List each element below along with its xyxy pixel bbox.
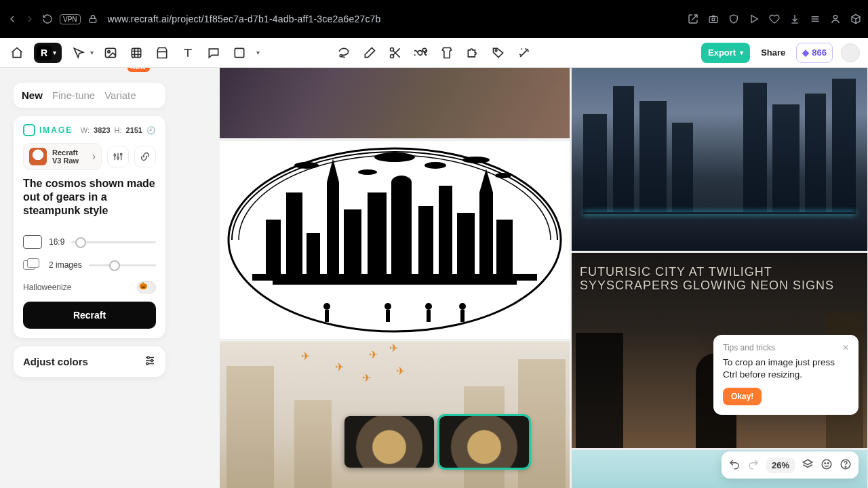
infinity-icon[interactable]: [412, 44, 430, 62]
view-controls: 26%: [722, 451, 859, 479]
tab-variate[interactable]: Variate: [104, 89, 136, 101]
svg-point-22: [117, 157, 119, 159]
svg-rect-36: [344, 209, 361, 274]
count-row: 2 images: [23, 258, 156, 272]
export-button[interactable]: Export▾: [701, 43, 750, 63]
zoom-level[interactable]: 26%: [766, 458, 795, 473]
result-thumb[interactable]: [344, 416, 434, 468]
avatar[interactable]: [841, 43, 860, 62]
sliders-button[interactable]: [107, 146, 129, 167]
svg-rect-55: [460, 310, 465, 322]
svg-point-50: [384, 303, 391, 310]
home-icon[interactable]: [8, 44, 26, 62]
mockup-tool-icon[interactable]: [153, 44, 171, 62]
svg-rect-51: [386, 310, 390, 322]
aspect-slider[interactable]: [71, 241, 156, 243]
clock-icon: 🕘: [146, 126, 156, 135]
help-icon[interactable]: [840, 458, 852, 472]
recraft-button[interactable]: Recraft: [23, 302, 156, 329]
svg-rect-0: [90, 18, 96, 22]
undo-icon[interactable]: [728, 458, 741, 472]
tool-logo[interactable]: R▾: [34, 43, 62, 63]
svg-marker-3: [751, 16, 757, 23]
share-button[interactable]: Share: [758, 47, 788, 58]
play-icon[interactable]: [749, 14, 760, 24]
tips-ok-button[interactable]: Okay!: [723, 388, 762, 405]
open-external-icon[interactable]: [688, 14, 698, 24]
address-url[interactable]: www.recraft.ai/project/1f85ec7a-d7b1-4ad…: [108, 14, 678, 24]
svg-point-57: [374, 152, 415, 162]
layers-icon[interactable]: [802, 458, 814, 472]
svg-point-9: [108, 50, 110, 52]
sliders-icon: [144, 354, 156, 369]
frame-tool-icon[interactable]: [127, 44, 145, 62]
svg-point-28: [151, 360, 153, 362]
vpn-badge[interactable]: VPN: [60, 14, 81, 24]
canvas[interactable]: ✈ ✈ ✈ ✈ ✈ ✈ FUTURISIC CITY AT TWILIGHT S…: [220, 68, 868, 488]
tab-finetune[interactable]: Fine-tune: [52, 89, 95, 101]
chevron-down-icon[interactable]: ▾: [256, 49, 260, 56]
chevron-down-icon[interactable]: ▾: [90, 49, 94, 56]
svg-point-21: [114, 155, 116, 157]
canvas-image[interactable]: [220, 141, 570, 339]
download-icon[interactable]: [789, 14, 800, 24]
lasso-icon[interactable]: [335, 44, 353, 62]
redo-icon[interactable]: [747, 458, 760, 472]
mode-tabs: New Fine-tune Variate: [14, 83, 165, 108]
puzzle-icon[interactable]: [464, 44, 481, 62]
stack-icon[interactable]: [23, 258, 42, 272]
model-line2: V3 Raw: [52, 157, 79, 165]
canvas-image[interactable]: [220, 68, 570, 138]
menu-icon[interactable]: [810, 14, 821, 24]
svg-point-27: [147, 357, 149, 359]
emoji-icon[interactable]: [821, 458, 833, 472]
reload-icon[interactable]: [42, 14, 53, 24]
svg-point-48: [323, 303, 330, 310]
browser-chrome: VPN www.recraft.ai/project/1f85ec7a-d7b1…: [0, 0, 868, 38]
count-slider[interactable]: [89, 264, 156, 266]
shirt-icon[interactable]: [438, 44, 456, 62]
tag-icon[interactable]: [490, 44, 507, 62]
link-button[interactable]: [134, 146, 156, 167]
aspect-icon[interactable]: [23, 235, 42, 249]
model-selector[interactable]: RecraftV3 Raw ›: [23, 143, 102, 170]
svg-rect-31: [266, 220, 281, 274]
svg-rect-41: [439, 186, 452, 274]
prompt-input[interactable]: The cosmos shown made out of gears in a …: [23, 177, 156, 226]
eraser-icon[interactable]: [361, 44, 378, 62]
lock-icon: [87, 14, 98, 24]
svg-rect-8: [106, 48, 116, 57]
shape-tool-icon[interactable]: [231, 44, 248, 62]
svg-rect-45: [496, 220, 513, 274]
heart-icon[interactable]: [769, 14, 780, 24]
svg-rect-38: [391, 182, 412, 274]
nav-back-icon[interactable]: [7, 14, 18, 24]
export-label: Export: [708, 47, 736, 58]
wand-icon[interactable]: [515, 44, 533, 62]
comment-tool-icon[interactable]: [205, 44, 222, 62]
credits-badge[interactable]: ◆866: [796, 43, 833, 63]
close-icon[interactable]: ✕: [842, 343, 849, 352]
shield-icon[interactable]: [728, 14, 739, 24]
cube-icon[interactable]: [850, 14, 861, 24]
halloweenize-toggle[interactable]: [137, 281, 156, 293]
svg-point-64: [825, 462, 826, 464]
nav-fwd-icon[interactable]: [24, 14, 35, 24]
camera-icon[interactable]: [708, 14, 719, 24]
image-tool-icon[interactable]: [102, 44, 119, 62]
text-tool-icon[interactable]: [179, 44, 197, 62]
canvas-image[interactable]: [572, 68, 867, 251]
app-toolbar: R▾ ▾ ▾ Export▾ Share ◆866: [0, 38, 868, 68]
aspect-row: 16:9: [23, 235, 156, 249]
adjust-colors-card[interactable]: Adjust colors: [14, 346, 165, 377]
cursor-icon[interactable]: [70, 44, 87, 62]
tips-title: Tips and tricks: [723, 343, 775, 352]
diamond-icon: ◆: [802, 47, 809, 58]
result-thumb-selected[interactable]: [439, 416, 529, 468]
tab-new[interactable]: New: [22, 89, 43, 101]
svg-rect-32: [286, 192, 302, 274]
w-label: W:: [81, 126, 90, 134]
scissors-icon[interactable]: [387, 44, 404, 62]
profile-icon[interactable]: [830, 14, 841, 24]
poster-line1: FUTURISIC CITY AT TWILIGHT: [580, 265, 834, 279]
